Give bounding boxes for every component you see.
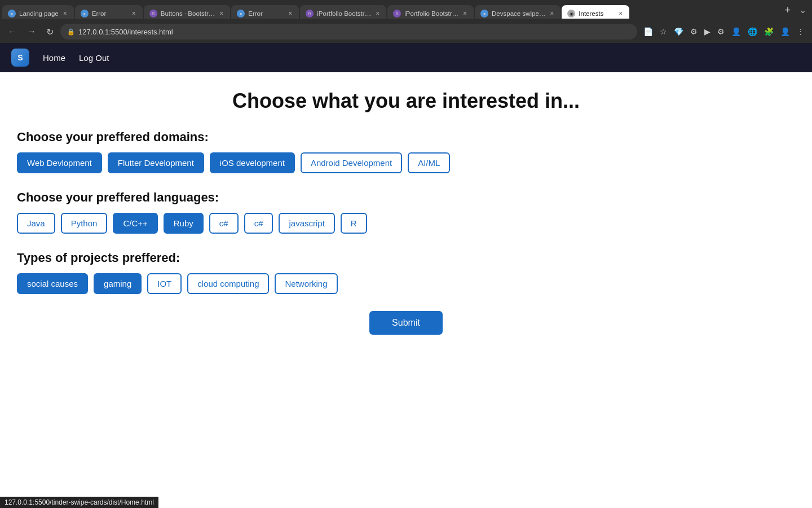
menu-btn[interactable]: ⋮ [794, 25, 807, 38]
languages-heading: Choose your preffered languages: [17, 190, 795, 205]
tab-bar: ●Landing page×●Error×BButtons · Bootstr…… [0, 0, 812, 20]
tab-favicon-1: ● [81, 10, 89, 17]
lock-icon: 🔒 [67, 28, 75, 36]
domains-heading: Choose your preffered domains: [17, 130, 795, 144]
tab-close-6[interactable]: × [549, 8, 555, 19]
site-navbar: S Home Log Out [0, 43, 812, 72]
tab-label-4: iPortfolio Bootstr… [317, 10, 371, 17]
tab-list-chevron[interactable]: ⌄ [796, 6, 810, 15]
address-text: 127.0.0.1:5500/interests.html [78, 28, 630, 36]
page-action-btn[interactable]: 📄 [641, 25, 656, 38]
brand-logo: S [11, 49, 29, 67]
tab-label-5: iPortfolio Bootstr… [404, 10, 458, 17]
avatar-btn[interactable]: 👤 [778, 25, 793, 38]
tab-close-5[interactable]: × [462, 8, 468, 19]
extension2-btn[interactable]: ⚙ [714, 25, 727, 38]
browser-tab-5[interactable]: BiPortfolio Bootstr…× [387, 5, 474, 19]
tab-favicon-3: ● [237, 10, 245, 17]
domain-btn-2[interactable]: iOS development [210, 152, 295, 173]
tab-close-1[interactable]: × [131, 8, 137, 19]
project-btn-4[interactable]: Networking [275, 273, 337, 294]
profile-btn[interactable]: 👤 [729, 25, 744, 38]
browser-tab-3[interactable]: ●Error× [231, 5, 299, 19]
tab-close-3[interactable]: × [287, 8, 293, 19]
back-button[interactable]: ← [5, 24, 20, 39]
browser-tab-1[interactable]: ●Error× [75, 5, 143, 19]
tab-favicon-5: B [393, 10, 401, 17]
domains-section: Choose your preffered domains: Web Devlo… [17, 130, 795, 173]
language-btn-4[interactable]: c# [209, 213, 239, 234]
extension1-btn[interactable]: 💎 [671, 25, 686, 38]
reload-button[interactable]: ↻ [43, 24, 57, 40]
tab-favicon-7: ◉ [567, 10, 575, 17]
tab-label-6: Devspace swipe… [492, 10, 545, 17]
submit-button[interactable]: Submit [369, 311, 443, 335]
projects-btn-group: social causesgamingIOTcloud computingNet… [17, 273, 795, 294]
language-btn-0[interactable]: Java [17, 213, 55, 234]
tab-label-2: Buttons · Bootstr… [161, 10, 215, 17]
project-btn-3[interactable]: cloud computing [187, 273, 269, 294]
domain-btn-1[interactable]: Flutter Development [108, 152, 204, 173]
language-btn-6[interactable]: javascript [279, 213, 334, 234]
browser-tab-4[interactable]: BiPortfolio Bootstr…× [300, 5, 386, 19]
tab-label-3: Error [248, 10, 284, 17]
browser-actions: 📄 ☆ 💎 ⚙ ▶ ⚙ 👤 🌐 🧩 👤 ⋮ [641, 25, 807, 38]
tab-favicon-2: B [149, 10, 157, 17]
language-btn-7[interactable]: R [341, 213, 367, 234]
settings-btn[interactable]: ⚙ [687, 25, 700, 38]
projects-section: Types of projects preffered: social caus… [17, 251, 795, 294]
browser-tab-2[interactable]: BButtons · Bootstr…× [144, 5, 231, 19]
domains-btn-group: Web DevlopmentFlutter DevelopmentiOS dev… [17, 152, 795, 173]
nav-home[interactable]: Home [43, 53, 65, 63]
tab-close-2[interactable]: × [218, 8, 224, 19]
domain-btn-4[interactable]: AI/ML [408, 152, 450, 173]
project-btn-1[interactable]: gaming [94, 273, 142, 294]
tab-close-4[interactable]: × [374, 8, 381, 19]
submit-wrap: Submit [17, 311, 795, 335]
browser-chrome: ●Landing page×●Error×BButtons · Bootstr…… [0, 0, 812, 43]
browser-tab-0[interactable]: ●Landing page× [2, 5, 74, 19]
page-title: Choose what you are interested in... [17, 89, 795, 113]
languages-btn-group: JavaPythonC/C++Rubyc#c#javascriptR [17, 213, 795, 234]
tab-label-1: Error [92, 10, 127, 17]
media-btn[interactable]: ▶ [701, 25, 713, 38]
language-btn-5[interactable]: c# [244, 213, 273, 234]
projects-heading: Types of projects preffered: [17, 251, 795, 265]
new-tab-button[interactable]: + [780, 5, 795, 16]
tab-close-7[interactable]: × [617, 8, 624, 19]
address-bar: ← → ↻ 🔒 127.0.0.1:5500/interests.html 📄 … [0, 20, 812, 43]
tab-favicon-6: ● [480, 10, 488, 17]
domain-btn-0[interactable]: Web Devlopment [17, 152, 102, 173]
nav-logout[interactable]: Log Out [79, 53, 109, 63]
tab-label-7: Interests [579, 10, 614, 17]
puzzle-btn[interactable]: 🧩 [761, 25, 776, 38]
tab-close-0[interactable]: × [62, 8, 68, 19]
domain-btn-3[interactable]: Android Development [301, 152, 402, 173]
main-content: Choose what you are interested in... Cho… [0, 72, 812, 346]
language-btn-3[interactable]: Ruby [164, 213, 204, 234]
project-btn-2[interactable]: IOT [147, 273, 182, 294]
tab-favicon-0: ● [8, 10, 16, 17]
tab-label-0: Landing page [19, 10, 59, 17]
bookmark-btn[interactable]: ☆ [657, 25, 670, 38]
language-btn-2[interactable]: C/C++ [113, 213, 157, 234]
forward-button[interactable]: → [24, 24, 39, 39]
project-btn-0[interactable]: social causes [17, 273, 88, 294]
globe-btn[interactable]: 🌐 [745, 25, 760, 38]
nav-links: Home Log Out [43, 53, 109, 63]
tab-favicon-4: B [306, 10, 314, 17]
address-input-wrap[interactable]: 🔒 127.0.0.1:5500/interests.html [60, 24, 637, 40]
browser-tab-6[interactable]: ●Devspace swipe…× [475, 5, 561, 19]
languages-section: Choose your preffered languages: JavaPyt… [17, 190, 795, 234]
language-btn-1[interactable]: Python [61, 213, 108, 234]
browser-tab-7[interactable]: ◉Interests× [562, 5, 629, 19]
